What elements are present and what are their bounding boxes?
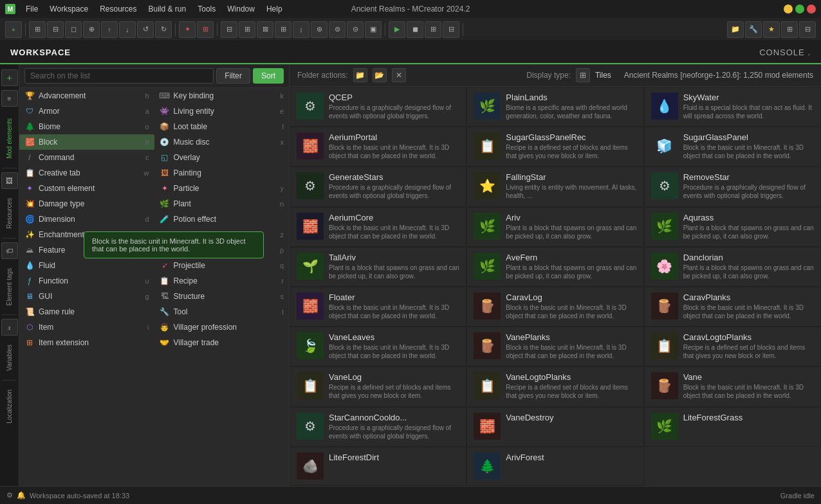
sidebar-tab-element-tags[interactable]: Element tags: [3, 263, 15, 310]
element-item-tool[interactable]: 🔧 Tool t: [154, 304, 290, 320]
toolbar-star-btn[interactable]: ★: [763, 21, 780, 38]
tile-item[interactable]: 🌿 PlainLands Biome is a specific area wi…: [466, 87, 643, 127]
tile-item[interactable]: 🌲 ArivForest: [466, 447, 643, 486]
toolbar-settings-btn[interactable]: 🔧: [745, 21, 762, 38]
toolbar-btn-6[interactable]: ↓: [119, 21, 136, 38]
tile-item[interactable]: 🪨 LiteForestDirt: [290, 447, 466, 486]
tile-item[interactable]: 🌿 Aqurass Plant is a block that spawns o…: [644, 207, 821, 247]
element-item-villager-profession[interactable]: 👨 Villager profession: [154, 320, 290, 335]
element-item-villager-trade[interactable]: 🤝 Villager trade: [154, 335, 290, 350]
toolbar-run-btn[interactable]: ▶: [389, 21, 405, 38]
status-icon-notif[interactable]: 🔔: [17, 491, 26, 500]
element-tags-icon[interactable]: 🏷: [1, 242, 18, 259]
status-icon-settings[interactable]: ⚙: [6, 491, 13, 500]
folder-new-btn[interactable]: 📁: [353, 68, 367, 82]
element-item-recipe[interactable]: 📋 Recipe r: [154, 273, 290, 289]
element-item-gui[interactable]: 🖥 GUI g: [19, 289, 154, 304]
element-list-icon[interactable]: ≡: [1, 90, 18, 107]
element-item-potion-item[interactable]: ⚗ Potion item z: [154, 227, 290, 242]
tile-item[interactable]: 🌸 Danclorian Plant is a block that spawn…: [644, 247, 821, 287]
sidebar-tab-mod-elements[interactable]: Mod elements: [3, 113, 15, 164]
tile-item[interactable]: 📋 SugarGlassPanelRec Recipe is a defined…: [466, 127, 643, 166]
toolbar-btn-5[interactable]: ↑: [101, 21, 118, 38]
minimize-button[interactable]: [784, 4, 793, 14]
element-item-feature[interactable]: ⛰ Feature f: [19, 242, 154, 258]
folder-close-btn[interactable]: ✕: [392, 68, 406, 82]
menu-window[interactable]: Window: [222, 3, 260, 15]
toolbar-btn-22[interactable]: ⊟: [799, 21, 816, 38]
toolbar-btn-1[interactable]: ⊞: [29, 21, 46, 38]
tile-item[interactable]: 📋 VaneLogtoPlanks Recipe is a defined se…: [466, 366, 643, 406]
element-item-item[interactable]: ⬡ Item i: [19, 320, 154, 335]
tile-item[interactable]: 🧱 AeriumCore Block is the basic unit in …: [290, 207, 466, 247]
tile-item[interactable]: 💧 SkyWater Fluid is a special block that…: [644, 87, 821, 127]
toolbar-export-btn[interactable]: 📁: [727, 21, 744, 38]
folder-open-btn[interactable]: 📂: [373, 68, 387, 82]
element-item-projectile[interactable]: ➶ Projectile q: [154, 258, 290, 273]
element-item-dimension[interactable]: 🌀 Dimension d: [19, 212, 154, 227]
maximize-button[interactable]: [795, 4, 804, 14]
toolbar-btn-7[interactable]: ↺: [137, 21, 154, 38]
element-item-painting[interactable]: 🖼 Painting: [154, 165, 290, 181]
toolbar-btn-14[interactable]: ⊛: [311, 21, 327, 38]
tile-item[interactable]: 📋 CaravLogtoPlanks Recipe is a defined s…: [644, 327, 821, 366]
menu-resources[interactable]: Resources: [95, 3, 142, 15]
tile-item[interactable]: 🧱 AeriumPortal Block is the basic unit i…: [290, 127, 466, 166]
sidebar-tab-resources[interactable]: Resources: [3, 193, 15, 234]
toolbar-add-btn[interactable]: +: [5, 21, 22, 38]
tile-item[interactable]: ⚙ RemoveStar Procedure is a graphically …: [644, 166, 821, 206]
element-item-living-entity[interactable]: 👾 Living entity e: [154, 104, 290, 119]
tile-item[interactable]: 🪵 Vane Block is the basic unit in Minecr…: [644, 366, 821, 406]
element-item-block[interactable]: 🧱 Block b: [19, 134, 154, 150]
element-item-particle[interactable]: ✦ Particle y: [154, 181, 290, 196]
toolbar-btn-15[interactable]: ⊜: [329, 21, 346, 38]
search-input[interactable]: [24, 68, 214, 84]
tile-item[interactable]: 🌿 Ariv Plant is a block that spawns on g…: [466, 207, 643, 247]
toolbar-btn-red-1[interactable]: ✦: [179, 21, 196, 38]
toolbar-btn-21[interactable]: ⊞: [781, 21, 798, 38]
element-item-game-rule[interactable]: 📜 Game rule: [19, 304, 154, 320]
display-type-icon[interactable]: ⊞: [576, 68, 590, 82]
tile-item[interactable]: 🌿 LiteForestGrass: [644, 407, 821, 447]
toolbar-btn-19[interactable]: ⊞: [425, 21, 441, 38]
sort-button[interactable]: Sort: [253, 68, 284, 84]
toolbar-btn-12[interactable]: ⊞: [275, 21, 291, 38]
element-item-structure[interactable]: 🏗 Structure s: [154, 289, 290, 304]
resources-icon[interactable]: 🖼: [1, 172, 18, 189]
console-label[interactable]: CONSOLE .: [759, 48, 811, 57]
element-item-command[interactable]: / Command c: [19, 150, 154, 165]
menu-tools[interactable]: Tools: [192, 3, 221, 15]
toolbar-btn-8[interactable]: ↻: [155, 21, 172, 38]
toolbar-btn-18[interactable]: ◼: [407, 21, 423, 38]
element-item-music-disc[interactable]: 💿 Music disc x: [154, 134, 290, 150]
element-item-custom-element[interactable]: ✦ Custom element: [19, 181, 154, 196]
menu-file[interactable]: File: [21, 3, 43, 15]
tile-item[interactable]: 🧱 VaneDestroy: [466, 407, 643, 447]
tile-item[interactable]: 🌿 AveFern Plant is a block that spawns o…: [466, 247, 643, 287]
element-item-damage-type[interactable]: 💥 Damage type: [19, 196, 154, 212]
element-item-potion-effect[interactable]: 🧪 Potion effect: [154, 212, 290, 227]
toolbar-btn-red-2[interactable]: ⊞: [197, 21, 214, 38]
tile-item[interactable]: 📋 VaneLog Recipe is a defined set of blo…: [290, 366, 466, 406]
add-element-icon[interactable]: +: [1, 69, 18, 86]
toolbar-btn-16[interactable]: ⊝: [347, 21, 364, 38]
menu-build-run[interactable]: Build & run: [143, 3, 192, 15]
element-item-enchantment[interactable]: ✨ Enchantment m: [19, 227, 154, 242]
element-item-procedure[interactable]: ⚙ Procedure p: [154, 242, 290, 258]
variables-icon[interactable]: 𝑥: [1, 319, 18, 336]
tiles-label[interactable]: Tiles: [595, 71, 611, 80]
tile-item[interactable]: 🪵 CaravPlanks Block is the basic unit in…: [644, 287, 821, 327]
element-item-loot-table[interactable]: 📦 Loot table l: [154, 119, 290, 134]
tile-item[interactable]: ⭐ FallingStar Living entity is entity wi…: [466, 166, 643, 206]
toolbar-btn-20[interactable]: ⊟: [443, 21, 459, 38]
tile-item[interactable]: 🪵 VanePlanks Block is the basic unit in …: [466, 327, 643, 366]
filter-button[interactable]: Filter: [216, 68, 250, 84]
toolbar-btn-2[interactable]: ⊟: [47, 21, 64, 38]
tile-item[interactable]: 🌱 TallAriv Plant is a block that spawns …: [290, 247, 466, 287]
close-button[interactable]: [807, 4, 816, 14]
element-item-item-extension[interactable]: ⊞ Item extension: [19, 335, 154, 350]
tile-item[interactable]: ⚙ GenerateStars Procedure is a graphical…: [290, 166, 466, 206]
menu-workspace[interactable]: Workspace: [44, 3, 93, 15]
element-item-function[interactable]: ƒ Function u: [19, 273, 154, 289]
toolbar-btn-4[interactable]: ⊕: [83, 21, 100, 38]
